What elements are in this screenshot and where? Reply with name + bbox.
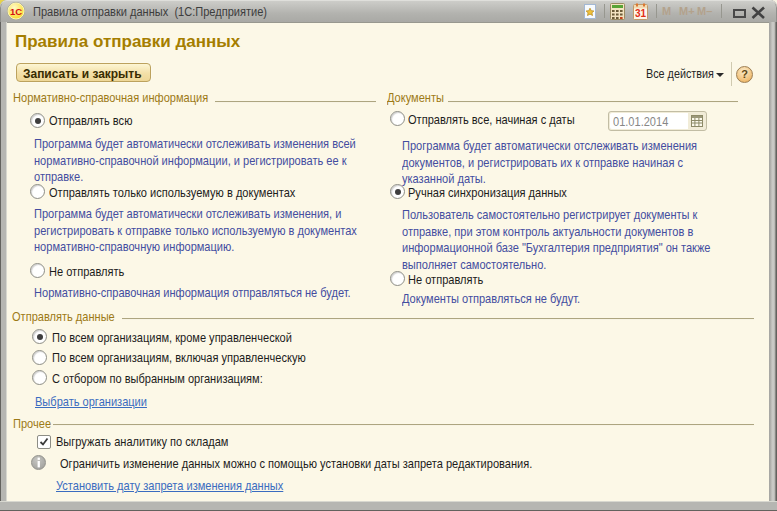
svg-text:31: 31 xyxy=(635,8,647,19)
svg-text:1С: 1С xyxy=(10,6,22,17)
